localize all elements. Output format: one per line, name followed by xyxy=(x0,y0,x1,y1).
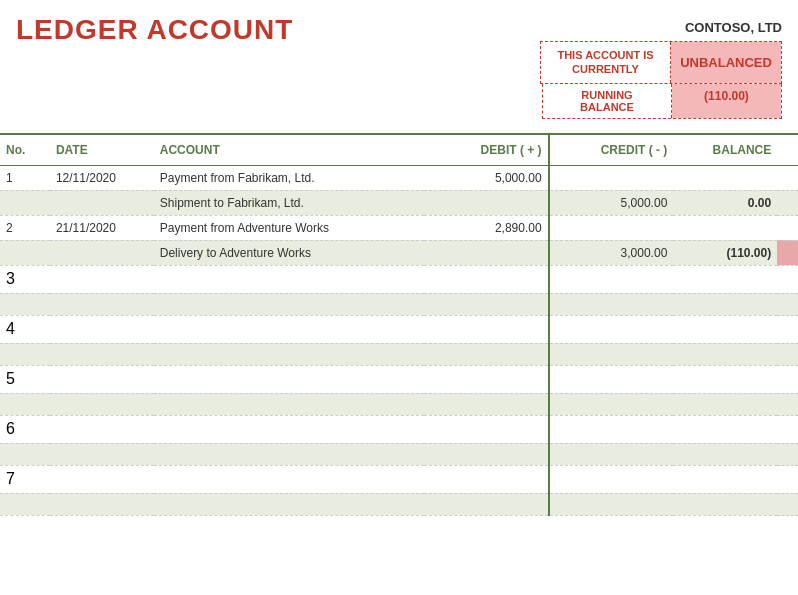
cell-no: 7 xyxy=(0,465,50,493)
cell-credit xyxy=(549,315,674,343)
table-row: 5 xyxy=(0,365,798,393)
col-date-header: DATE xyxy=(50,135,154,166)
cell-date: 12/11/2020 xyxy=(50,165,154,190)
col-credit-header: CREDIT ( - ) xyxy=(549,135,674,166)
cell-no-sub xyxy=(0,293,50,315)
cell-date xyxy=(50,315,154,343)
cell-date-sub xyxy=(50,493,154,515)
cell-account xyxy=(154,315,424,343)
cell-flag-sub xyxy=(777,393,798,415)
cell-debit: 5,000.00 xyxy=(424,165,549,190)
cell-balance-sub: (110.00) xyxy=(673,240,777,265)
cell-date-sub xyxy=(50,293,154,315)
cell-debit-sub xyxy=(424,443,549,465)
cell-balance-sub xyxy=(673,493,777,515)
cell-debit-sub xyxy=(424,343,549,365)
table-row: 1 12/11/2020 Payment from Fabrikam, Ltd.… xyxy=(0,165,798,190)
cell-debit xyxy=(424,415,549,443)
cell-account-sub xyxy=(154,393,424,415)
cell-credit-sub: 3,000.00 xyxy=(549,240,674,265)
cell-debit-sub xyxy=(424,493,549,515)
balance-label: RUNNING BALANCE xyxy=(543,84,672,118)
cell-no: 2 xyxy=(0,215,50,240)
cell-debit-sub xyxy=(424,190,549,215)
table-row: 2 21/11/2020 Payment from Adventure Work… xyxy=(0,215,798,240)
cell-balance xyxy=(673,415,777,443)
status-box: THIS ACCOUNT IS CURRENTLY UNBALANCED xyxy=(540,41,782,84)
table-row-sub xyxy=(0,443,798,465)
cell-credit-sub xyxy=(549,443,674,465)
cell-account xyxy=(154,465,424,493)
cell-account xyxy=(154,415,424,443)
cell-credit-sub xyxy=(549,393,674,415)
cell-balance xyxy=(673,365,777,393)
cell-flag-sub xyxy=(777,443,798,465)
status-value: UNBALANCED xyxy=(671,42,781,83)
cell-flag-sub xyxy=(777,293,798,315)
cell-flag xyxy=(777,465,798,493)
cell-account: Payment from Adventure Works xyxy=(154,215,424,240)
cell-flag-sub xyxy=(777,343,798,365)
balance-row: RUNNING BALANCE (110.00) xyxy=(542,84,782,119)
cell-no: 1 xyxy=(0,165,50,190)
col-flag-header xyxy=(777,135,798,166)
cell-flag xyxy=(777,365,798,393)
cell-account xyxy=(154,365,424,393)
cell-flag xyxy=(777,165,798,190)
cell-account-sub xyxy=(154,343,424,365)
cell-credit-sub xyxy=(549,493,674,515)
cell-credit-sub xyxy=(549,293,674,315)
cell-debit: 2,890.00 xyxy=(424,215,549,240)
cell-account xyxy=(154,265,424,293)
table-row-sub: Shipment to Fabrikam, Ltd. 5,000.00 0.00 xyxy=(0,190,798,215)
cell-debit xyxy=(424,265,549,293)
cell-date-sub xyxy=(50,393,154,415)
cell-debit xyxy=(424,465,549,493)
cell-credit xyxy=(549,365,674,393)
cell-no-sub xyxy=(0,240,50,265)
cell-flag-sub xyxy=(777,493,798,515)
cell-no: 6 xyxy=(0,415,50,443)
cell-account-sub: Delivery to Adventure Works xyxy=(154,240,424,265)
col-account-header: ACCOUNT xyxy=(154,135,424,166)
cell-no: 3 xyxy=(0,265,50,293)
cell-balance-sub xyxy=(673,293,777,315)
table-row-sub xyxy=(0,293,798,315)
cell-balance xyxy=(673,215,777,240)
page: LEDGER ACCOUNT CONTOSO, LTD THIS ACCOUNT… xyxy=(0,0,798,516)
cell-debit-sub xyxy=(424,240,549,265)
cell-date xyxy=(50,365,154,393)
ledger-table: No. DATE ACCOUNT DEBIT ( + ) CREDIT ( - … xyxy=(0,135,798,516)
cell-debit xyxy=(424,315,549,343)
cell-credit-sub: 5,000.00 xyxy=(549,190,674,215)
balance-value: (110.00) xyxy=(672,84,781,118)
cell-no-sub xyxy=(0,343,50,365)
cell-account-sub xyxy=(154,293,424,315)
cell-date-sub xyxy=(50,343,154,365)
cell-flag-sub xyxy=(777,240,798,265)
table-row-sub xyxy=(0,343,798,365)
cell-account-sub xyxy=(154,443,424,465)
cell-flag xyxy=(777,215,798,240)
cell-credit xyxy=(549,415,674,443)
status-label: THIS ACCOUNT IS CURRENTLY xyxy=(541,42,671,83)
cell-balance xyxy=(673,315,777,343)
status-area: THIS ACCOUNT IS CURRENTLY UNBALANCED RUN… xyxy=(540,41,782,119)
cell-account-sub: Shipment to Fabrikam, Ltd. xyxy=(154,190,424,215)
cell-account: Payment from Fabrikam, Ltd. xyxy=(154,165,424,190)
cell-credit xyxy=(549,265,674,293)
cell-credit-sub xyxy=(549,343,674,365)
cell-date xyxy=(50,465,154,493)
table-row: 4 xyxy=(0,315,798,343)
cell-debit xyxy=(424,365,549,393)
cell-balance-sub xyxy=(673,443,777,465)
cell-date-sub xyxy=(50,190,154,215)
table-row: 7 xyxy=(0,465,798,493)
cell-date xyxy=(50,265,154,293)
cell-flag-sub xyxy=(777,190,798,215)
cell-date-sub xyxy=(50,443,154,465)
table-row: 6 xyxy=(0,415,798,443)
cell-balance-sub: 0.00 xyxy=(673,190,777,215)
cell-no-sub xyxy=(0,393,50,415)
cell-flag xyxy=(777,415,798,443)
